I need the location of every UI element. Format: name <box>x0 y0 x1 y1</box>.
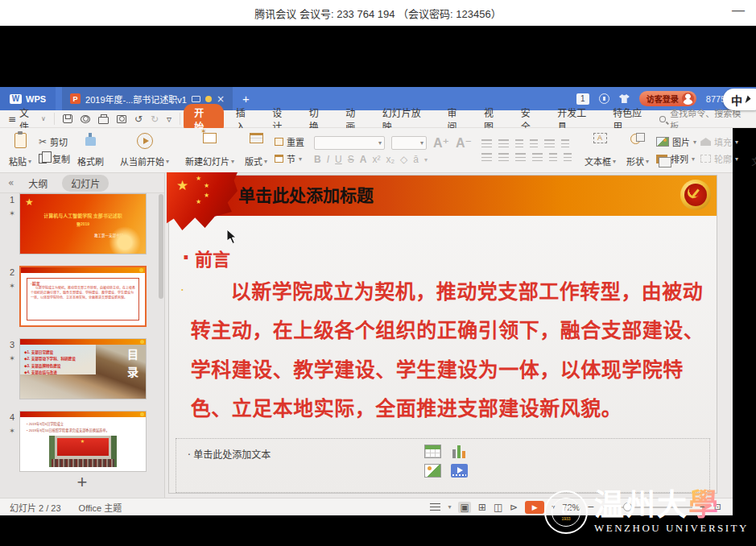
strikethrough-button[interactable]: S <box>348 154 354 165</box>
slide-title-placeholder[interactable]: 单击此处添加标题 <box>238 176 374 216</box>
group-photo <box>49 436 117 467</box>
distribute-icon[interactable] <box>549 153 557 161</box>
shapes-button[interactable]: 形状▾ <box>623 131 652 169</box>
doc-assistant-button[interactable]: 文档助手 <box>748 131 756 169</box>
transition-star-icon: ✶ <box>9 282 15 290</box>
format-painter-button[interactable]: 格式刷 <box>74 131 107 169</box>
play-from-current-button[interactable]: 从当前开始▾ <box>117 131 172 169</box>
subscript-button[interactable]: x₂ <box>386 154 395 165</box>
slide-thumbnail-4[interactable]: • 2019年9月6日学院成立 • 2019年9月10日按照学院要求完成支部委员… <box>19 411 147 472</box>
insert-picture-icon[interactable] <box>424 464 441 478</box>
layout-button[interactable]: 版式▾ <box>242 131 271 169</box>
tip-bulb-icon[interactable] <box>205 96 212 102</box>
slide-section-heading[interactable]: · 前言 <box>182 245 230 271</box>
italic-button[interactable]: I <box>327 154 329 165</box>
hamburger-icon: ≡ <box>8 114 16 125</box>
bold-button[interactable]: B <box>314 154 321 165</box>
insert-chart-icon[interactable] <box>451 445 468 458</box>
line-spacing-icon[interactable] <box>544 139 555 147</box>
ribbon: 粘贴▾ ✂ 剪切 复制 格式刷 从当前开始▾ <box>0 128 733 173</box>
undo-button[interactable]: ↺ <box>134 114 143 125</box>
reading-view-button[interactable]: ◫ <box>494 502 502 513</box>
mouse-cursor-icon <box>746 95 752 104</box>
increase-indent-icon[interactable] <box>530 139 538 147</box>
columns-icon[interactable] <box>564 153 572 161</box>
decrease-font-button[interactable]: A⁻ <box>456 135 472 151</box>
docer-icon[interactable] <box>599 93 609 104</box>
print-preview-button[interactable] <box>117 115 126 123</box>
presentation-monitor-icon[interactable] <box>192 96 200 102</box>
wenzhou-university-watermark: U 1933 温州大學 WENZHOU UNIVERSITY <box>544 490 749 535</box>
skin-center-icon[interactable] <box>619 94 630 103</box>
text-placeholder-label[interactable]: · 单击此处添加文本 <box>188 447 271 461</box>
textbox-button[interactable]: 文本框▾ <box>581 131 619 169</box>
picture-button[interactable]: 图片▾ <box>656 135 696 148</box>
export-button[interactable] <box>81 115 90 123</box>
font-name-select[interactable]: ▾ <box>314 136 385 150</box>
fill-button[interactable]: 填充▾ <box>700 135 738 148</box>
slide-sorter-button[interactable]: ⊞ <box>478 502 486 513</box>
window-count-badge[interactable]: 1 <box>576 93 589 105</box>
slide-title-bar[interactable]: 单击此处添加标题 <box>169 176 717 216</box>
shapes-icon <box>630 133 645 144</box>
section-button[interactable]: 节▾ <box>275 152 304 165</box>
ime-indicator[interactable]: 中 <box>723 89 756 110</box>
new-slide-button[interactable]: 新建幻灯片▾ <box>182 131 238 169</box>
collapse-panel-button[interactable]: « <box>8 177 14 188</box>
font-color-button[interactable]: A <box>360 154 367 165</box>
tab-close-icon[interactable]: × <box>217 93 225 105</box>
save-button[interactable] <box>63 114 72 123</box>
align-left-icon[interactable] <box>481 153 492 161</box>
avatar <box>682 93 694 105</box>
golden-building-graphic <box>109 226 141 254</box>
increase-font-button[interactable]: A⁺ <box>433 135 449 151</box>
copy-button[interactable]: 复制 <box>39 152 70 165</box>
underline-button[interactable]: U <box>335 154 342 165</box>
insert-media-icon[interactable] <box>451 464 468 478</box>
new-tab-button[interactable]: + <box>242 92 250 105</box>
slide-thumbnail-1[interactable]: ★ 计算机与人工智能学院 支部书记述职 暨2019 教工第一支部书记 <box>19 193 147 254</box>
outline-icon <box>700 155 711 163</box>
bullet-list-icon[interactable] <box>481 139 492 147</box>
search-icon <box>659 116 666 122</box>
tab-outline[interactable]: 大纲 <box>28 176 48 190</box>
numbered-list-icon[interactable] <box>498 139 509 147</box>
align-center-icon[interactable] <box>498 153 509 161</box>
slide-body-text[interactable]: · 以新学院成立为契机，推动党支部工作转型，由被动转主动，在上级各个组织的正确引… <box>180 272 705 428</box>
file-menu[interactable]: ≡ 文件 ∨ <box>0 113 55 125</box>
decrease-indent-icon[interactable] <box>515 139 523 147</box>
notes-icon[interactable] <box>430 503 440 511</box>
align-right-icon[interactable] <box>515 153 526 161</box>
menu-bar: ≡ 文件 ∨ ↺ ↻ ▿ 开始 插入 设计 切换 动画 幻灯片放映 审阅 视图 … <box>0 110 756 128</box>
reset-button[interactable]: 重置 <box>275 135 304 148</box>
cut-button[interactable]: ✂ 剪切 <box>39 135 70 148</box>
projector-view-button[interactable]: ⊳ <box>510 502 518 513</box>
insert-table-icon[interactable] <box>424 445 441 458</box>
text-direction-icon[interactable] <box>561 139 569 147</box>
panel-scrollbar[interactable] <box>159 194 163 299</box>
arrange-button[interactable]: 排列▾ <box>656 152 696 165</box>
slide-thumbnail-2[interactable]: ·前言 以新学院成立为契机，推动党支部工作转型，由被动转主动，在上级各个组织的正… <box>19 266 147 327</box>
minimize-button[interactable]: — <box>732 3 745 18</box>
font-size-select[interactable]: ▾ <box>391 136 427 150</box>
customize-toolbar-icon[interactable]: ▿ <box>167 114 171 125</box>
current-slide[interactable]: 单击此处添加标题 ★ ★ ★ ★ ★ · 前言 · <box>169 176 717 493</box>
phonetic-guide-button[interactable]: ā <box>413 154 419 165</box>
china-flag-graphic: ★ ★ ★ ★ ★ <box>167 172 238 230</box>
superscript-button[interactable]: x² <box>372 154 380 165</box>
slideshow-play-button[interactable]: ▶ <box>525 501 544 514</box>
justify-icon[interactable] <box>532 153 543 161</box>
add-slide-button[interactable]: + <box>0 472 164 493</box>
guest-login-button[interactable]: 访客登录 <box>639 91 696 106</box>
theme-name[interactable]: Office 主题 <box>79 501 122 514</box>
content-placeholder[interactable]: · 单击此处添加文本 <box>176 438 710 493</box>
redo-button[interactable]: ↻ <box>151 114 159 125</box>
print-button[interactable] <box>98 114 109 124</box>
clear-format-icon[interactable]: ◇ <box>400 154 407 165</box>
normal-view-button[interactable]: ▣ <box>458 502 470 513</box>
outline-button[interactable]: 轮廓▾ <box>700 152 738 165</box>
paste-button[interactable]: 粘贴▾ <box>6 131 35 169</box>
slide-panel: « 大纲 幻灯片 1 ✶ ★ 计算机与人工智能学院 支部书记述职 暨2019 教… <box>0 173 165 498</box>
slide-thumbnail-3[interactable]: ◆1. 支部日常建设 ◆2. 支部带动下学科、科研建设 ◆3. 支部品牌特色建设… <box>19 338 147 399</box>
tab-slides[interactable]: 幻灯片 <box>62 175 109 192</box>
